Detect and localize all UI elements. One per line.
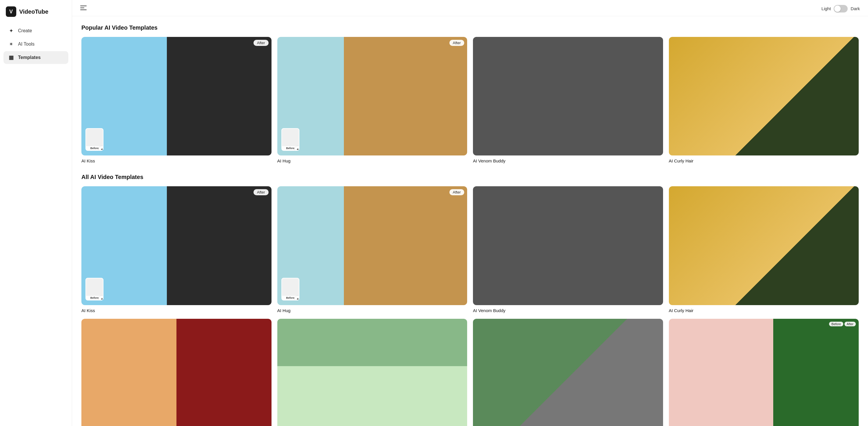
card-kiss-popular[interactable]: After Before + AI Kiss <box>82 37 272 163</box>
card-label-venom-popular: AI Venom Buddy <box>473 158 663 163</box>
card-thumb-curly-all <box>669 186 859 305</box>
card-curly-popular[interactable]: AI Curly Hair <box>669 37 859 163</box>
card-thumb-venom-popular <box>473 37 663 156</box>
mini-overlay-hug-popular: Before + <box>281 128 300 151</box>
sidebar-item-templates[interactable]: ▦ Templates <box>3 51 68 64</box>
sidebar-item-ai-tools-label: AI Tools <box>18 41 35 47</box>
card-label-kiss-popular: AI Kiss <box>82 158 272 163</box>
popular-grid: After Before + AI Kiss After Befor <box>82 37 859 163</box>
card-label-venom-all: AI Venom Buddy <box>473 308 663 313</box>
card-raccoon-all[interactable]: AI Raccoon Portrait <box>473 319 663 426</box>
all-grid: After Before + AI Kiss After Befor <box>82 186 859 426</box>
card-xmas-all[interactable]: Before After AI Christmas <box>669 319 859 426</box>
card-label-kiss-all: AI Kiss <box>82 308 272 313</box>
card-thumb-hug-popular: After Before + <box>277 37 467 156</box>
badge-before-after-xmas-all: Before After <box>829 322 856 326</box>
collapse-sidebar-button[interactable] <box>79 4 88 13</box>
popular-section-title: Popular AI Video Templates <box>82 24 859 31</box>
svg-rect-0 <box>80 5 87 6</box>
mini-overlay-hug-all: Before + <box>281 278 300 300</box>
card-venom-popular[interactable]: AI Venom Buddy <box>473 37 663 163</box>
card-label-hug-all: AI Hug <box>277 308 467 313</box>
mini-overlay-kiss-all: Before + <box>86 278 103 300</box>
app-name: VideoTube <box>19 8 48 15</box>
card-label-hug-popular: AI Hug <box>277 158 467 163</box>
card-label-curly-all: AI Curly Hair <box>669 308 859 313</box>
popular-section: Popular AI Video Templates After Before … <box>82 24 859 163</box>
badge-after-kiss-all: After <box>253 189 268 195</box>
theme-toggle-thumb <box>834 5 841 12</box>
sidebar: V VideoTube ✦ Create ✴ AI Tools ▦ Templa… <box>0 0 72 426</box>
sidebar-item-ai-tools[interactable]: ✴ AI Tools <box>3 38 68 51</box>
theme-dark-label: Dark <box>850 6 860 11</box>
templates-icon: ▦ <box>7 54 14 61</box>
badge-before-xmas: Before <box>829 322 843 326</box>
svg-rect-1 <box>80 7 84 8</box>
main-content: Light Dark Popular AI Video Templates Af… <box>72 0 868 426</box>
card-thumb-raccoon-all <box>473 319 663 426</box>
create-icon: ✦ <box>7 27 14 34</box>
ai-tools-icon: ✴ <box>7 41 14 48</box>
card-kiss-all[interactable]: After Before + AI Kiss <box>82 186 272 313</box>
sidebar-item-create-label: Create <box>18 28 32 33</box>
all-section-title: All AI Video Templates <box>82 174 859 181</box>
card-curly-all[interactable]: AI Curly Hair <box>669 186 859 313</box>
card-thumb-kiss-popular: After Before + <box>82 37 272 156</box>
logo-icon: V <box>6 6 16 17</box>
sidebar-nav: ✦ Create ✴ AI Tools ▦ Templates <box>0 22 72 66</box>
card-thumb-venom-all <box>473 186 663 305</box>
sidebar-item-templates-label: Templates <box>18 55 41 60</box>
badge-after-hug-popular: After <box>450 40 464 46</box>
app-logo: V VideoTube <box>0 0 72 22</box>
sidebar-item-create[interactable]: ✦ Create <box>3 24 68 37</box>
card-thumb-granny-all <box>277 319 467 426</box>
mini-overlay-kiss-popular: Before + <box>86 128 103 151</box>
card-thumb-xmas-all: Before After <box>669 319 859 426</box>
theme-toggle: Light Dark <box>822 5 860 12</box>
card-venom-all[interactable]: AI Venom Buddy <box>473 186 663 313</box>
card-granny-all[interactable]: AI Granny Drive <box>277 319 467 426</box>
card-thumb-candle-all <box>82 319 272 426</box>
all-section: All AI Video Templates After Before + AI… <box>82 174 859 426</box>
card-thumb-curly-popular <box>669 37 859 156</box>
top-bar: Light Dark <box>72 0 868 16</box>
badge-after-hug-all: After <box>450 189 464 195</box>
card-thumb-hug-all: After Before + <box>277 186 467 305</box>
card-label-curly-popular: AI Curly Hair <box>669 158 859 163</box>
svg-rect-2 <box>80 9 87 10</box>
card-thumb-kiss-all: After Before + <box>82 186 272 305</box>
card-hug-popular[interactable]: After Before + AI Hug <box>277 37 467 163</box>
badge-after-kiss-popular: After <box>253 40 268 46</box>
content-area: Popular AI Video Templates After Before … <box>72 16 868 426</box>
badge-after-xmas: After <box>844 322 856 326</box>
theme-light-label: Light <box>822 6 831 11</box>
card-candle-all[interactable]: AI Candle Dinner <box>82 319 272 426</box>
card-hug-all[interactable]: After Before + AI Hug <box>277 186 467 313</box>
theme-toggle-track[interactable] <box>834 5 848 12</box>
